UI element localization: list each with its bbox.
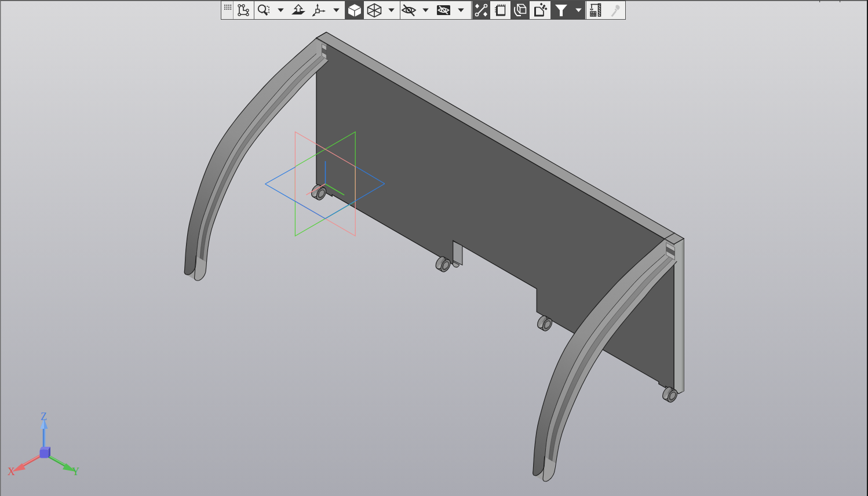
svg-text:Y: Y xyxy=(72,466,79,477)
svg-text:X: X xyxy=(8,466,15,477)
svg-text:Z: Z xyxy=(41,411,47,422)
